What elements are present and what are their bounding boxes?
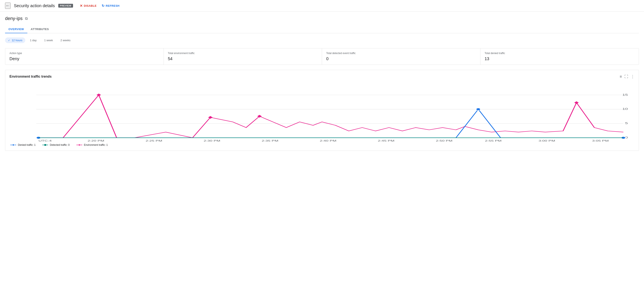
svg-text:5: 5 [625,122,628,124]
svg-text:2:30 PM: 2:30 PM [204,140,220,142]
chart-more-button[interactable]: ⋮ [631,74,634,79]
svg-marker-20 [208,116,212,119]
time-filter-12h-label: 12 hours [12,39,22,42]
stat-env-traffic: Total environment traffic 54 [164,48,322,64]
denied-legend-line [10,144,16,146]
stat-detected-traffic: Total detected event traffic 0 [322,48,480,64]
back-icon: ← [6,3,10,8]
chart-title: Environment traffic trends [10,75,52,78]
chart-header: Environment traffic trends ≡ ⛶ ⋮ [10,74,634,79]
copy-icon[interactable]: ⧉ [25,16,28,21]
refresh-label: REFRESH [106,4,120,7]
chart-actions: ≡ ⛶ ⋮ [620,74,634,79]
main-content: deny-ips ⧉ OVERVIEW ATTRIBUTES ✓ 12 hour… [0,12,644,155]
page-title: Security action details [14,3,55,8]
checkmark-icon: ✓ [8,39,10,42]
chart-section: Environment traffic trends ≡ ⛶ ⋮ 0 5 10 … [5,70,639,151]
time-filter-1w-label: 1 week [44,39,53,42]
svg-marker-19 [96,94,101,96]
time-filter-1d-label: 1 day [30,39,36,42]
legend-detected: Detected traffic: 0 [42,144,70,146]
svg-marker-22 [574,101,579,104]
stat-denied-traffic-value: 13 [485,56,635,61]
svg-text:3:05 PM: 3:05 PM [592,140,609,142]
svg-text:2:35 PM: 2:35 PM [262,140,278,142]
svg-text:2:55 PM: 2:55 PM [485,140,502,142]
chart-expand-button[interactable]: ⛶ [624,74,628,79]
rule-name: deny-ips [5,16,22,21]
time-filter-2w-label: 2 weeks [60,39,70,42]
time-filter-1w[interactable]: 1 week [41,38,56,43]
svg-text:3:00 PM: 3:00 PM [538,140,555,142]
tab-bar: OVERVIEW ATTRIBUTES [5,26,639,33]
detected-legend-line [42,144,48,146]
svg-text:10: 10 [622,108,628,110]
svg-text:2:50 PM: 2:50 PM [436,140,452,142]
preview-badge: PREVIEW [58,4,73,8]
time-filter-12h[interactable]: ✓ 12 hours [5,38,25,43]
stat-action-type-label: Action type [10,52,159,55]
refresh-icon: ↻ [102,4,104,8]
disable-icon: ✕ [80,4,83,8]
stats-row: Action type Deny Total environment traff… [5,48,639,65]
tab-attributes[interactable]: ATTRIBUTES [27,26,52,33]
time-filter-2w[interactable]: 2 weeks [58,38,74,43]
stat-denied-traffic: Total denied traffic 13 [480,48,639,64]
legend-environment: Environment traffic: 1 [76,144,108,146]
chart-download-button[interactable]: ≡ [620,74,622,79]
back-button[interactable]: ← [5,2,10,9]
svg-text:15: 15 [622,94,628,96]
stat-detected-traffic-value: 0 [326,56,476,61]
stat-denied-traffic-label: Total denied traffic [485,52,635,55]
refresh-button[interactable]: ↻ REFRESH [102,4,120,8]
svg-text:2:25 PM: 2:25 PM [146,140,162,142]
header-actions: ✕ DISABLE ↻ REFRESH [80,4,120,8]
environment-legend-line [76,144,82,146]
environment-legend-label: Environment traffic: 1 [84,144,108,146]
rule-name-row: deny-ips ⧉ [5,16,639,21]
disable-button[interactable]: ✕ DISABLE [80,4,96,8]
page-header: ← Security action details PREVIEW ✕ DISA… [0,0,644,12]
stat-env-traffic-value: 54 [168,56,318,61]
denied-legend-label: Denied traffic: 1 [18,144,36,146]
stat-env-traffic-label: Total environment traffic [168,52,318,55]
stat-detected-traffic-label: Total detected event traffic [326,52,476,55]
svg-point-27 [12,144,14,146]
time-filter-1d[interactable]: 1 day [27,38,40,43]
svg-text:2:20 PM: 2:20 PM [88,140,104,142]
detected-legend-label: Detected traffic: 0 [50,144,70,146]
svg-rect-29 [44,144,46,146]
time-filter-group: ✓ 12 hours 1 day 1 week 2 weeks [5,38,639,43]
traffic-chart: 0 5 10 15 UTC-4 2:20 PM 2:25 PM 2:30 PM … [10,82,634,141]
stat-action-type: Action type Deny [5,48,164,64]
svg-text:UTC-4: UTC-4 [38,140,52,142]
svg-point-24 [476,108,480,110]
chart-container: 0 5 10 15 UTC-4 2:20 PM 2:25 PM 2:30 PM … [10,82,634,142]
svg-text:2:40 PM: 2:40 PM [320,140,336,142]
svg-text:2:45 PM: 2:45 PM [378,140,394,142]
stat-action-type-value: Deny [10,56,159,61]
legend-denied: Denied traffic: 1 [10,144,36,146]
svg-marker-31 [78,144,80,146]
chart-legend: Denied traffic: 1 Detected traffic: 0 En… [10,144,634,146]
disable-label: DISABLE [84,4,96,7]
tab-overview[interactable]: OVERVIEW [5,26,27,33]
